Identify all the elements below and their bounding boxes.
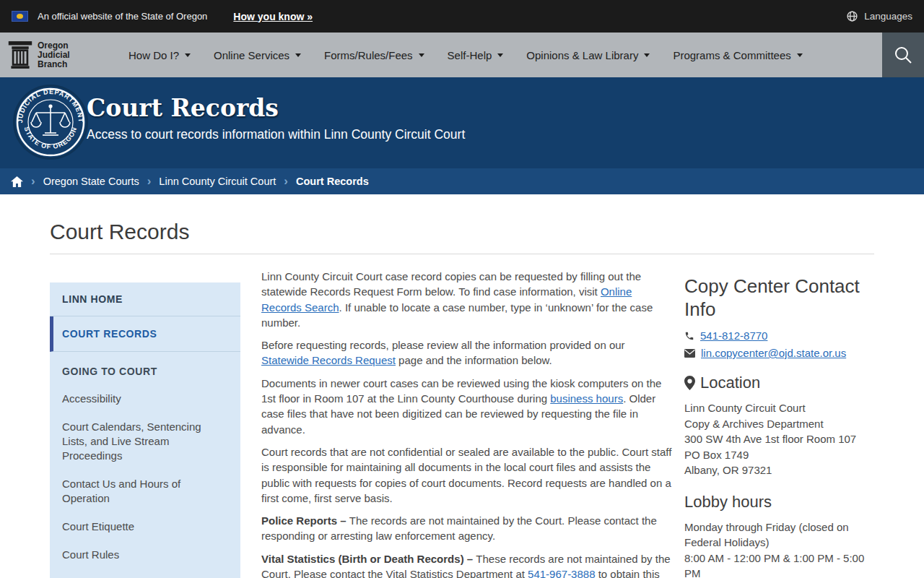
search-button[interactable] (882, 33, 924, 77)
email-row: lin.copycenter@ojd.state.or.us (684, 347, 874, 359)
languages-button[interactable]: Languages (846, 10, 912, 22)
sidebar-menu: LINN HOME COURT RECORDS GOING TO COURT A… (50, 282, 240, 578)
home-icon (11, 176, 23, 187)
nav-menu-item-label: Forms/Rules/Fees (324, 49, 413, 61)
breadcrumb-link[interactable]: Linn County Circuit Court (159, 176, 276, 187)
browser-page: An official website of the State of Oreg… (0, 0, 924, 578)
paragraph: Documents in newer court cases can be re… (261, 376, 674, 437)
nav-menu-item-label: Opinions & Law Library (526, 49, 638, 61)
sidebar-item[interactable]: Court Calendars, Sentencing Lists, and L… (50, 413, 240, 470)
chevron-down-icon (185, 53, 191, 57)
sidebar-item-label: Court Rules (62, 548, 119, 561)
hero-banner: JUDICIAL DEPARTMENT STATE OF OREGON Cour… (0, 77, 924, 168)
sidebar-item[interactable]: Court Etiquette (50, 512, 240, 540)
languages-label: Languages (864, 11, 912, 22)
chevron-down-icon (644, 53, 650, 57)
breadcrumb-items: Oregon State Courts Linn County Circuit … (23, 174, 369, 189)
oregon-flag-icon (12, 11, 28, 22)
lobby-hours-heading: Lobby hours (684, 493, 874, 512)
sidebar-item-label: Accessibility (62, 392, 121, 405)
official-state-bar: An official website of the State of Oreg… (0, 0, 924, 33)
title-divider (50, 254, 874, 254)
pillar-icon (7, 39, 33, 71)
chevron-down-icon (797, 53, 803, 57)
address-line: Albany, OR 97321 (684, 462, 874, 478)
sidebar-item[interactable]: Accessibility (50, 384, 240, 413)
address-line: Copy & Archives Department (684, 416, 874, 432)
breadcrumb-separator-icon (276, 174, 296, 189)
nav-menu-item[interactable]: Opinions & Law Library (515, 33, 661, 77)
sidebar-item-label: Contact Us and Hours of Operation (62, 478, 180, 504)
paragraph: Vital Statistics (Birth or Death Records… (261, 551, 674, 578)
breadcrumb-separator-icon (139, 174, 160, 189)
sidebar-item-label: COURT RECORDS (62, 328, 157, 340)
contact-info-panel: Copy Center Contact Info 541-812-8770 li… (684, 275, 874, 578)
main-content: Court Records LINN HOME COURT RECORDS GO… (0, 220, 924, 578)
nav-menu: How Do I? Online Services Forms/Rules/Fe… (117, 33, 814, 77)
sidebar-item[interactable]: Court Rules (50, 540, 240, 569)
phone-link[interactable]: 541-812-8770 (700, 329, 767, 342)
sidebar-item[interactable]: Guidelines for Media Coverage (50, 569, 240, 578)
phone-row: 541-812-8770 (684, 329, 874, 342)
address-line: 300 SW 4th Ave 1st floor Room 107 (684, 431, 874, 447)
sidebar-item[interactable]: LINN HOME (50, 282, 240, 316)
paragraph: Before requesting records, please review… (261, 337, 674, 368)
sidebar-item[interactable]: Contact Us and Hours of Operation (50, 470, 240, 512)
chevron-down-icon (419, 53, 424, 57)
official-website-text: An official website of the State of Oreg… (38, 11, 207, 22)
sidebar-item-label: GOING TO COURT (62, 366, 157, 377)
address-block: Linn County Circuit Court Copy & Archive… (684, 400, 874, 478)
search-icon (893, 45, 913, 65)
breadcrumb-segment: Court Records (276, 174, 368, 189)
main-navigation-bar: Oregon Judicial Branch How Do I? Online … (0, 33, 924, 77)
sidebar-item-label: Court Etiquette (62, 520, 134, 532)
breadcrumb-link[interactable]: Oregon State Courts (43, 176, 139, 187)
globe-icon (846, 10, 858, 22)
article-body: Linn County Circuit Court case record co… (261, 269, 674, 578)
paragraph: Court records that are not confidential … (261, 444, 674, 506)
breadcrumb-segment: Linn County Circuit Court (139, 174, 276, 189)
nav-menu-item[interactable]: Forms/Rules/Fees (313, 33, 436, 77)
nav-menu-item-label: How Do I? (128, 49, 179, 61)
bold-text: Police Reports – (261, 514, 349, 527)
hero-title: Court Records (87, 94, 924, 122)
email-link[interactable]: lin.copycenter@ojd.state.or.us (701, 347, 846, 359)
nav-menu-item-label: Online Services (214, 49, 289, 61)
sidebar-item[interactable]: COURT RECORDS (50, 316, 240, 352)
paragraph: Police Reports – The records are not mai… (261, 513, 674, 544)
chevron-down-icon (497, 53, 503, 57)
left-sidebar-nav: LINN HOME COURT RECORDS GOING TO COURT A… (50, 282, 240, 578)
text: Court records that are not confidential … (261, 446, 671, 504)
breadcrumb-segment: Oregon State Courts (23, 174, 139, 189)
breadcrumb-link[interactable]: Court Records (296, 176, 369, 187)
nav-menu-item-label: Self-Help (448, 49, 492, 61)
inline-link[interactable]: Statewide Records Request (261, 354, 396, 366)
sidebar-item-label: LINN HOME (62, 293, 123, 305)
inline-link[interactable]: business hours (550, 392, 623, 405)
address-line: Linn County Circuit Court (684, 400, 874, 416)
brand-text: Oregon Judicial Branch (38, 41, 70, 69)
ojb-logo[interactable]: Oregon Judicial Branch (0, 33, 117, 77)
nav-menu-item[interactable]: How Do I? (117, 33, 202, 77)
map-pin-icon (684, 376, 695, 390)
page-title: Court Records (50, 220, 874, 244)
judicial-department-seal-icon: JUDICIAL DEPARTMENT STATE OF OREGON (12, 84, 89, 160)
sidebar-item[interactable]: GOING TO COURT (50, 352, 240, 384)
inline-link[interactable]: 541-967-3888 (528, 568, 595, 578)
nav-menu-item[interactable]: Self-Help (436, 33, 515, 77)
lobby-hours-line: 8:00 AM - 12:00 PM & 1:00 PM - 5:00 PM (684, 551, 874, 578)
how-you-know-link[interactable]: How you know » (233, 11, 313, 22)
breadcrumb-home-link[interactable] (11, 176, 23, 187)
breadcrumb: Oregon State Courts Linn County Circuit … (0, 168, 924, 194)
lobby-hours-line: Monday through Friday (closed on Federal… (684, 519, 874, 551)
chevron-down-icon (295, 53, 301, 57)
sidebar-item-label: Court Calendars, Sentencing Lists, and L… (62, 420, 201, 462)
text: Linn County Circuit Court case record co… (261, 270, 641, 298)
lobby-hours-block: Monday through Friday (closed on Federal… (684, 519, 874, 578)
nav-menu-item[interactable]: Programs & Committees (661, 33, 814, 77)
envelope-icon (684, 349, 695, 358)
address-line: PO Box 1749 (684, 447, 874, 463)
contact-heading: Copy Center Contact Info (684, 275, 874, 321)
nav-menu-item[interactable]: Online Services (202, 33, 313, 77)
text: Before requesting records, please review… (261, 339, 625, 351)
